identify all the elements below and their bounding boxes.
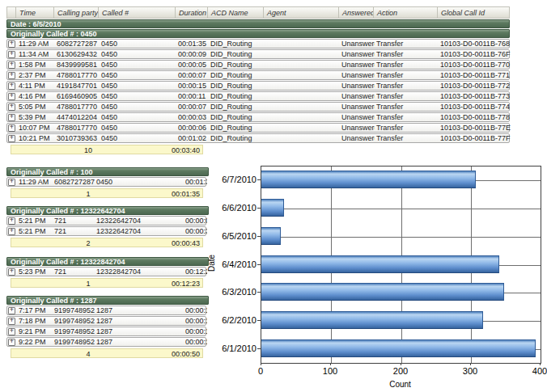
horizontal-gridline <box>261 237 541 238</box>
cell-duration: 00:00:05 <box>176 61 209 69</box>
table-row[interactable]: +7:18 PM9199748952128700:00:12 <box>6 316 206 326</box>
cell-duration: 00:00:09 <box>184 217 207 225</box>
cell-acd-name: DID_Routing <box>209 71 265 79</box>
group-summary: 10 00:03:40 <box>11 145 203 154</box>
column-header-agent[interactable]: Agent <box>264 6 339 19</box>
table-row[interactable]: +10:21 PM3010739363045000:01:02DID_Routi… <box>6 133 510 143</box>
expand-cell: + <box>7 307 17 314</box>
table-row[interactable]: +11:29 AM6082727287045000:01:35 <box>6 177 206 187</box>
expand-row-icon[interactable]: + <box>8 179 15 186</box>
cell-acd-name: DID_Routing <box>209 40 265 48</box>
cell-time: 1:58 PM <box>17 61 55 69</box>
y-axis-tick-mark <box>257 236 261 237</box>
cell-calling-party: 8439999581 <box>55 61 100 69</box>
cell-calling-party: 9199748952 <box>53 327 95 335</box>
cell-acd-name: DID_Routing <box>209 82 265 90</box>
summary-count: 2 <box>72 239 104 247</box>
table-row[interactable]: +9:22 PM9199748952128700:00:11 <box>6 337 206 347</box>
expand-row-icon[interactable]: + <box>8 51 15 58</box>
call-rows-container: +11:29 AM6082727287045000:01:35DID_Routi… <box>6 39 510 143</box>
cell-calling-party: 6082727287 <box>55 40 100 48</box>
cell-duration: 00:01:02 <box>176 134 209 142</box>
expand-cell: + <box>7 228 17 235</box>
chart-bar[interactable] <box>261 255 499 273</box>
table-row[interactable]: +1:58 PM8439999581045000:00:05DID_Routin… <box>6 60 510 70</box>
column-header-called[interactable]: Called # <box>99 6 176 19</box>
cell-calling-party: 4474012204 <box>55 113 100 121</box>
expand-row-icon[interactable]: + <box>8 103 15 111</box>
cell-called: 12322642704 <box>95 227 184 235</box>
expand-row-icon[interactable]: + <box>8 72 15 79</box>
expand-cell: + <box>7 103 17 111</box>
cell-action: Transfer <box>375 71 439 79</box>
summary-duration: 00:01:35 <box>172 190 200 198</box>
cell-duration: 00:00:03 <box>176 113 209 121</box>
group-summary: 200:00:43 <box>11 238 203 247</box>
cell-duration: 00:00:12 <box>184 317 207 325</box>
x-axis-tick-mark <box>261 363 261 365</box>
expand-cell: + <box>7 124 17 132</box>
expand-row-icon[interactable]: + <box>8 93 15 100</box>
cell-answered: Unanswered <box>340 113 375 121</box>
call-detail-table: Time Calling party # Called # Duration A… <box>6 6 510 154</box>
expand-row-icon[interactable]: + <box>8 307 15 314</box>
cell-calling-party: 4788017770 <box>55 103 100 111</box>
column-header-time[interactable]: Time <box>16 6 54 19</box>
table-row[interactable]: +11:29 AM6082727287045000:01:35DID_Routi… <box>6 39 510 48</box>
cell-action: Transfer <box>375 92 439 100</box>
table-row[interactable]: +7:17 PM9199748952128700:00:13 <box>6 306 206 315</box>
chart-bar[interactable] <box>261 171 476 188</box>
expand-row-icon[interactable]: + <box>8 124 15 132</box>
table-row[interactable]: +5:21 PM7211232264270400:00:09 <box>6 216 206 226</box>
column-header-global-call-id[interactable]: Global Call Id <box>438 6 510 19</box>
expand-row-icon[interactable]: + <box>8 40 15 48</box>
table-row[interactable]: +4:11 PM4191847701045000:00:15DID_Routin… <box>6 81 510 91</box>
expand-row-icon[interactable]: + <box>8 61 15 69</box>
cell-time: 5:39 PM <box>17 113 55 121</box>
chart-bar[interactable] <box>261 199 284 217</box>
cell-duration: 00:00:06 <box>176 124 209 132</box>
cell-acd-name: DID_Routing <box>209 113 265 121</box>
chart-bar[interactable] <box>261 311 483 329</box>
expand-row-icon[interactable]: + <box>8 318 15 325</box>
call-group-section: Originally Called # : 100+11:29 AM608272… <box>6 166 209 198</box>
expand-row-icon[interactable]: + <box>8 114 15 121</box>
column-header-duration[interactable]: Duration <box>176 6 208 19</box>
chart-bar[interactable] <box>261 283 504 301</box>
table-row[interactable]: +4:16 PM6169460905045000:00:11DID_Routin… <box>6 91 510 101</box>
chart-bar[interactable] <box>261 227 281 245</box>
cell-answered: Unanswered <box>340 82 375 90</box>
column-header-action[interactable]: Action <box>374 6 438 19</box>
cell-answered: Unanswered <box>340 134 375 142</box>
column-header-acd-name[interactable]: ACD Name <box>208 6 264 19</box>
table-row[interactable]: +5:23 PM7211232284270400:12:23 <box>6 267 206 276</box>
y-axis-tick-label: 6/2/2010 <box>206 315 257 325</box>
cell-global-call-id: 10103-D0-0011B-770 <box>439 61 511 69</box>
cell-duration: 00:00:15 <box>176 82 209 90</box>
table-row[interactable]: +5:39 PM4474012204045000:00:03DID_Routin… <box>6 112 510 122</box>
table-row[interactable]: +10:07 PM4788017770045000:00:06DID_Routi… <box>6 123 510 133</box>
expand-row-icon[interactable]: + <box>8 228 15 235</box>
column-header-calling-party[interactable]: Calling party # <box>54 6 99 19</box>
table-row[interactable]: +5:21 PM7211232264270400:00:34 <box>6 226 206 236</box>
expand-row-icon[interactable]: + <box>8 82 15 90</box>
cell-calling-party: 6130629432 <box>55 50 100 58</box>
cell-duration: 00:00:14 <box>184 327 207 335</box>
table-row[interactable]: +5:05 PM4788017770045000:00:07DID_Routin… <box>6 102 510 112</box>
x-axis-title: Count <box>261 380 540 389</box>
expand-row-icon[interactable]: + <box>8 268 15 276</box>
expand-row-icon[interactable]: + <box>8 328 15 335</box>
table-row[interactable]: +11:34 AM6130629432045000:00:09DID_Routi… <box>6 49 510 59</box>
expand-row-icon[interactable]: + <box>8 339 15 346</box>
column-header-answered[interactable]: Answered <box>339 6 374 19</box>
x-axis-tick-mark <box>330 363 331 365</box>
expand-cell: + <box>7 268 17 276</box>
summary-duration: 00:00:50 <box>172 350 200 358</box>
chart-bar[interactable] <box>261 339 536 357</box>
table-row[interactable]: +9:21 PM9199748952128700:00:14 <box>6 327 206 336</box>
table-row[interactable]: +2:37 PM4788017770045000:00:07DID_Routin… <box>6 70 510 80</box>
expand-row-icon[interactable]: + <box>8 135 15 142</box>
cell-time: 5:21 PM <box>17 227 53 235</box>
expand-row-icon[interactable]: + <box>8 217 15 225</box>
group-band: Originally Called # : 12322842704 <box>6 257 209 266</box>
